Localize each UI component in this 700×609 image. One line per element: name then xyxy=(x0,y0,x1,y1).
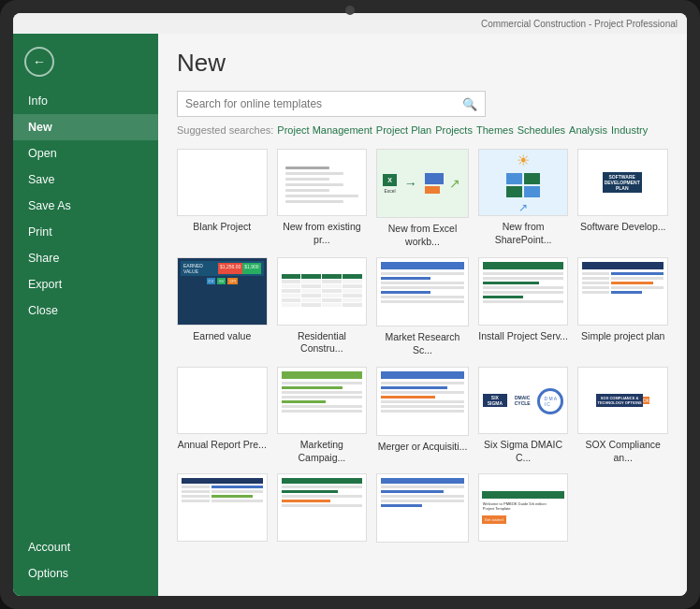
excel-diagram: X Excel → ↗ xyxy=(377,167,468,199)
residential-table xyxy=(278,270,367,312)
template-software[interactable]: SOFTWAREDEVELOPMENTPLAN So xyxy=(577,149,668,248)
template-merger[interactable]: Merger or Acquisiti... xyxy=(376,367,469,465)
template-label-residential: Residential Constru... xyxy=(277,330,368,355)
thumb-line xyxy=(285,195,359,197)
sidebar-item-new[interactable]: New xyxy=(13,114,158,140)
back-button[interactable]: ← xyxy=(24,47,54,77)
template-thumb-sharepoint: ☀ ↗ xyxy=(478,149,569,216)
sox-orange-bar: OK xyxy=(643,397,649,404)
sw-rows xyxy=(642,167,644,199)
template-label-excel: New from Excel workb... xyxy=(376,223,469,248)
search-input[interactable] xyxy=(185,97,462,110)
sidebar-item-export[interactable]: Export xyxy=(13,271,158,297)
template-label-sox: SOX Compliance an... xyxy=(577,439,668,464)
pmbok-text: Welcome to PMBOK Guide 5th editionProjec… xyxy=(482,501,547,512)
template-thumb-residential xyxy=(277,257,368,325)
template-earned[interactable]: EARNED VALUE $1,256.00 $1,900 CV SV CPI xyxy=(177,257,268,356)
sidebar-item-open[interactable]: Open xyxy=(13,140,158,167)
template-simple[interactable]: Simple project plan xyxy=(577,257,668,356)
sidebar-bottom-group: Account Options xyxy=(13,534,158,596)
earned-values: CV SV CPI xyxy=(205,276,241,286)
template-label-earned: Earned value xyxy=(193,330,251,343)
screen: Commercial Construction - Project Profes… xyxy=(13,13,687,596)
template-thumb-annual xyxy=(177,367,268,434)
sidebar: ← Info New Open Save Save As Pri xyxy=(13,34,158,596)
template-label-software: Software Develop... xyxy=(580,221,666,234)
sidebar-item-info[interactable]: Info xyxy=(13,88,158,114)
template-row4-3[interactable] xyxy=(376,473,469,547)
template-annual[interactable]: Annual Report Pre... xyxy=(177,367,268,465)
template-label-install: Install Project Serv... xyxy=(478,330,568,343)
template-label-marketing: Marketing Campaig... xyxy=(277,439,368,464)
sigma-dmaic: DMAIC CYCLE xyxy=(507,395,537,406)
template-thumb-sigma: SIX SIGMA DMAIC CYCLE D M AI C xyxy=(478,367,569,434)
sigma-cycle: D M AI C xyxy=(537,388,563,414)
page-title: New xyxy=(177,49,668,78)
template-thumb-market xyxy=(376,257,469,326)
suggested-link-industry[interactable]: Industry xyxy=(611,124,648,136)
search-icon[interactable]: 🔍 xyxy=(462,97,477,111)
sidebar-item-share[interactable]: Share xyxy=(13,245,158,271)
suggested-link-project-plan[interactable]: Project Plan xyxy=(376,124,431,136)
template-thumb-earned: EARNED VALUE $1,256.00 $1,900 CV SV CPI xyxy=(177,257,268,325)
template-thumb-pmbok: Welcome to PMBOK Guide 5th editionProjec… xyxy=(478,473,569,541)
sharepoint-diagram: ☀ ↗ xyxy=(506,152,540,214)
template-pmbok[interactable]: Welcome to PMBOK Guide 5th editionProjec… xyxy=(478,473,569,547)
template-row4-1[interactable] xyxy=(177,473,268,547)
template-existing[interactable]: New from existing pr... xyxy=(277,149,368,248)
template-label-annual: Annual Report Pre... xyxy=(178,439,267,452)
sigma-circle: D M AI C xyxy=(537,388,563,414)
sidebar-item-close[interactable]: Close xyxy=(13,297,158,324)
suggested-link-projects[interactable]: Projects xyxy=(435,124,473,136)
template-label-simple: Simple project plan xyxy=(581,330,664,343)
sigma-header: SIX SIGMA xyxy=(483,394,507,407)
template-thumb-simple xyxy=(577,257,668,325)
template-market[interactable]: Market Research Sc... xyxy=(376,257,469,356)
template-label-blank: Blank Project xyxy=(193,221,251,234)
template-marketing[interactable]: Marketing Campaig... xyxy=(277,367,368,465)
template-thumb-row4-2 xyxy=(277,473,368,541)
back-icon: ← xyxy=(33,54,46,69)
gantt3-thumb xyxy=(377,474,468,542)
suggested-link-analysis[interactable]: Analysis xyxy=(569,124,607,136)
template-residential[interactable]: Residential Constru... xyxy=(277,257,368,356)
template-thumb-row4-3 xyxy=(376,473,469,543)
template-thumb-merger xyxy=(376,367,469,436)
template-sox[interactable]: SOX COMPLIANCE &TECHNOLOGY OPTIONS OK SO… xyxy=(577,367,668,465)
template-install[interactable]: Install Project Serv... xyxy=(478,257,569,356)
template-label-merger: Merger or Acquisiti... xyxy=(378,441,468,454)
template-sigma[interactable]: SIX SIGMA DMAIC CYCLE D M AI C Six Sigma… xyxy=(478,367,569,465)
suggested-link-schedules[interactable]: Schedules xyxy=(518,124,565,136)
template-thumb-marketing xyxy=(277,367,368,434)
sidebar-item-options[interactable]: Options xyxy=(13,560,158,587)
search-bar[interactable]: 🔍 xyxy=(177,91,486,117)
market-thumb xyxy=(377,258,468,326)
sidebar-item-save[interactable]: Save xyxy=(13,167,158,193)
annual-cols xyxy=(221,393,223,407)
templates-grid: Blank Project xyxy=(177,149,668,547)
template-thumb-excel: X Excel → ↗ xyxy=(376,149,469,218)
template-sharepoint[interactable]: ☀ ↗ New from SharePoint... xyxy=(478,149,569,248)
template-thumb-software: SOFTWAREDEVELOPMENTPLAN xyxy=(577,149,668,216)
sox-header: SOX COMPLIANCE &TECHNOLOGY OPTIONS xyxy=(596,394,642,407)
thumb-line xyxy=(285,183,344,186)
sidebar-item-save-as[interactable]: Save As xyxy=(13,193,158,219)
template-row4-2[interactable] xyxy=(277,473,368,547)
template-thumb-existing xyxy=(277,149,368,216)
suggested-link-project-management[interactable]: Project Management xyxy=(277,124,372,136)
sidebar-item-account[interactable]: Account xyxy=(13,534,158,560)
template-excel[interactable]: X Excel → ↗ New from xyxy=(376,149,469,248)
sidebar-item-print[interactable]: Print xyxy=(13,219,158,245)
gantt1-thumb xyxy=(178,474,267,540)
app-body: ← Info New Open Save Save As Pri xyxy=(13,34,687,596)
pmbok-button: Get started xyxy=(482,515,506,524)
merger-thumb xyxy=(377,368,468,435)
template-label-existing: New from existing pr... xyxy=(277,221,368,246)
suggested-link-themes[interactable]: Themes xyxy=(476,124,514,136)
template-thumb-install xyxy=(478,257,569,325)
suggested-searches: Suggested searches: Project Management P… xyxy=(177,124,668,136)
template-blank-project[interactable]: Blank Project xyxy=(177,149,268,248)
title-bar: Commercial Construction - Project Profes… xyxy=(13,13,687,34)
thumb-line xyxy=(285,172,344,175)
thumb-line xyxy=(285,167,329,169)
